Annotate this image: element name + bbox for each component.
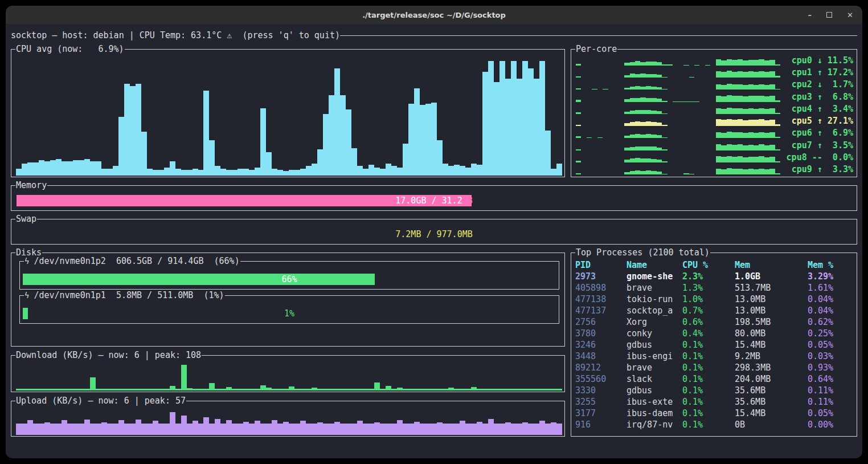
download-panel: Download (KB/s) — now: 6 | peak: 108 — [11, 355, 565, 392]
percore-label: cpu8 -- 0.0% — [784, 152, 853, 162]
swap-title: Swap — [15, 213, 37, 225]
process-table-header-cell: PID — [575, 259, 627, 271]
process-row-cell: 0.6% — [682, 316, 735, 328]
terminal-window: ./target/release/soc ~/D/G/socktop – ✕ s… — [6, 6, 862, 458]
process-row-cell: 0.04% — [808, 305, 854, 316]
process-row-cell: 2973 — [575, 271, 627, 282]
memory-panel: Memory 17.0GB / 31.2GB — [11, 185, 857, 211]
percore-sparkline — [576, 116, 780, 126]
process-row: 3177ibus-daem0.1%15.4MB0.05% — [575, 408, 854, 419]
percore-row: cpu1 ↑ 17.2% — [576, 67, 853, 78]
process-row-cell: 298.3MB — [735, 362, 808, 373]
swap-bar-label: 7.2MB / 977.0MB — [17, 229, 851, 240]
process-row-cell: ibus-exte — [627, 396, 682, 408]
minimize-button[interactable]: – — [808, 11, 812, 19]
disk2-bar: 1% — [23, 308, 556, 319]
upload-panel: Upload (KB/s) — now: 6 | peak: 57 — [11, 401, 565, 437]
process-row-cell: 405898 — [575, 282, 627, 294]
header-rule — [340, 35, 857, 36]
download-title: Download (KB/s) — now: 6 | peak: 108 — [15, 349, 202, 361]
process-row-cell: 15.4MB — [735, 339, 808, 351]
process-table-header: PIDNameCPU %MemMem % — [575, 259, 854, 271]
process-row-cell: 2.3% — [682, 271, 735, 282]
disk-io-icon: ϟ — [24, 255, 29, 267]
percore-label: cpu5 ↑ 27.1% — [784, 116, 853, 126]
disk-panel-nvme0n1p1: ϟ/dev/nvme0n1p1 5.8MB / 511.0MB (1%) 1% — [19, 295, 559, 324]
process-row-cell: 3177 — [575, 408, 627, 419]
maximize-button[interactable] — [826, 12, 832, 18]
terminal-content: socktop — host: debian | CPU Temp: 63.1°… — [6, 24, 862, 458]
process-row-cell: 0.1% — [682, 351, 735, 362]
percore-row: cpu0 ↓ 11.5% — [576, 55, 853, 66]
percore-row: cpu5 ↑ 27.1% — [576, 115, 853, 126]
process-row-cell: 0.11% — [808, 396, 854, 408]
process-row-cell: conky — [627, 328, 682, 339]
process-row: 3448ibus-engi0.1%9.2MB0.03% — [575, 351, 854, 362]
process-row-cell: 0.62% — [808, 316, 854, 328]
process-row-cell: 916 — [575, 419, 627, 430]
process-row: 477138tokio-run1.0%13.0MB0.04% — [575, 294, 854, 305]
app-header: socktop — host: debian | CPU Temp: 63.1°… — [11, 29, 857, 42]
process-row-cell: 0.93% — [808, 362, 854, 373]
process-row-cell: irq/87-nv — [627, 419, 682, 430]
percore-sparkline — [576, 104, 780, 114]
process-row-cell: 89212 — [575, 362, 627, 373]
process-row-cell: ibus-engi — [627, 351, 682, 362]
disk1-bar: 66% — [23, 274, 556, 285]
process-row-cell: 9.2MB — [735, 351, 808, 362]
process-row-cell: 80.0MB — [735, 328, 808, 339]
percore-label: cpu9 ↑ 3.3% — [784, 164, 853, 174]
process-row-cell: 35.6MB — [735, 396, 808, 408]
percore-row: cpu7 ↑ 3.5% — [576, 140, 853, 150]
percore-sparkline — [576, 128, 780, 138]
percore-row: cpu8 -- 0.0% — [576, 152, 853, 162]
process-row-cell: 0.1% — [682, 339, 735, 351]
percore-row: cpu6 ↑ 6.9% — [576, 127, 853, 138]
process-row-cell: 3330 — [575, 385, 627, 396]
process-row: 355560slack0.1%204.0MB0.64% — [575, 373, 854, 385]
process-row-cell: 0.1% — [682, 373, 735, 385]
process-row: 916irq/87-nv0.1%0B0.00% — [575, 419, 854, 430]
process-row: 3255ibus-exte0.1%35.6MB0.11% — [575, 396, 854, 408]
close-button[interactable]: ✕ — [847, 11, 853, 19]
process-row: 89212brave0.1%298.3MB0.93% — [575, 362, 854, 373]
process-row-cell: 355560 — [575, 373, 627, 385]
processes-title: Top Processes (2100 total) — [575, 247, 710, 258]
process-row-cell: 0.64% — [808, 373, 854, 385]
process-row-cell: 3780 — [575, 328, 627, 339]
process-row-cell: brave — [627, 282, 682, 294]
process-row-cell: 198.5MB — [735, 316, 808, 328]
process-row-cell: socktop_a — [627, 305, 682, 316]
percore-panel: Per-core cpu0 ↓ 11.5%cpu1 ↑ 17.2%cpu2 ↓ … — [571, 49, 857, 177]
process-row-cell: 35.6MB — [735, 385, 808, 396]
swap-panel: Swap 7.2MB / 977.0MB — [11, 219, 857, 245]
process-table-header-cell: CPU % — [682, 259, 735, 271]
percore-label: cpu6 ↑ 6.9% — [784, 128, 853, 138]
percore-row: cpu2 ↓ 1.7% — [576, 79, 853, 89]
percore-sparkline — [576, 56, 780, 66]
processes-panel: Top Processes (2100 total) PIDNameCPU %M… — [571, 253, 857, 437]
percore-label: cpu1 ↑ 17.2% — [784, 67, 853, 78]
process-row-cell: 0.11% — [808, 385, 854, 396]
percore-row: cpu9 ↑ 3.3% — [576, 164, 853, 174]
process-row-cell: 1.0GB — [735, 271, 808, 282]
process-row-cell: 1.0% — [682, 294, 735, 305]
percore-sparkline — [576, 92, 780, 102]
process-row-cell: 13.0MB — [735, 305, 808, 316]
percore-label: cpu2 ↓ 1.7% — [784, 79, 853, 89]
process-row: 477137socktop_a0.7%13.0MB0.04% — [575, 305, 854, 316]
process-row-cell: tokio-run — [627, 294, 682, 305]
memory-title: Memory — [15, 180, 47, 191]
percore-label: cpu3 ↑ 6.8% — [784, 92, 853, 102]
process-row-cell: Xorg — [627, 316, 682, 328]
process-row-cell: 0.04% — [808, 294, 854, 305]
titlebar[interactable]: ./target/release/soc ~/D/G/socktop – ✕ — [6, 6, 862, 24]
disk-io-icon: ϟ — [24, 290, 29, 301]
process-row-cell: 0.4% — [682, 328, 735, 339]
swap-bar: 7.2MB / 977.0MB — [17, 229, 851, 240]
process-row-cell: 477137 — [575, 305, 627, 316]
process-row-cell: ibus-daem — [627, 408, 682, 419]
window-controls: – ✕ — [808, 6, 853, 24]
process-row-cell: 204.0MB — [735, 373, 808, 385]
process-row-cell: 1.61% — [808, 282, 854, 294]
